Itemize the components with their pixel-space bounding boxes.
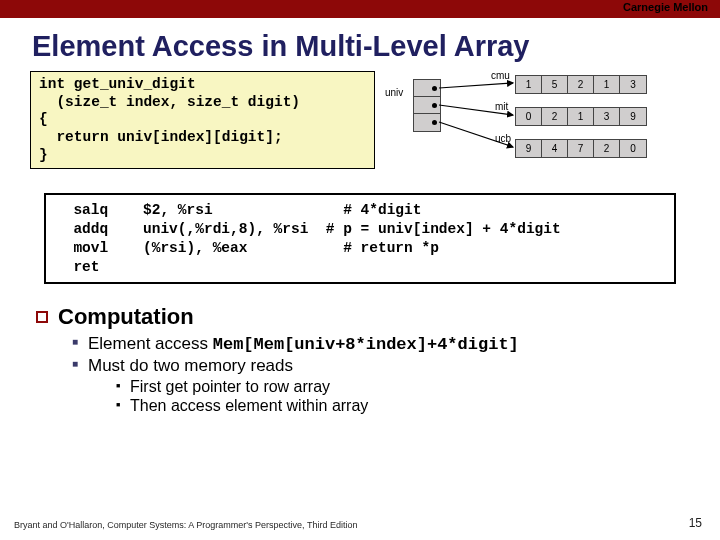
array-diagram: univ cmu mit ucb 1 5 2 1 3 (383, 71, 683, 171)
top-bar: Carnegie Mellon (0, 0, 720, 18)
bullet-item: Must do two memory reads First get point… (72, 356, 720, 415)
asm-line: salq $2, %rsi # 4*digit (56, 202, 421, 218)
assembly-box: salq $2, %rsi # 4*digit addq univ(,%rdi,… (44, 193, 676, 284)
code-line: int get_univ_digit (39, 76, 196, 92)
cmu-array: 1 5 2 1 3 (515, 75, 647, 94)
code-line: } (39, 147, 48, 163)
slide-title: Element Access in Multi-Level Array (32, 30, 720, 63)
section-heading: Computation (58, 304, 194, 330)
code-line: (size_t index, size_t digit) (39, 94, 300, 110)
computation-section: Computation Element access Mem[Mem[univ+… (36, 304, 720, 415)
code-line: { (39, 111, 48, 127)
bullet-square-icon (36, 311, 48, 323)
brand: Carnegie Mellon (623, 1, 708, 13)
mit-array: 0 2 1 3 9 (515, 107, 647, 126)
sub-bullet: First get pointer to row array (116, 378, 720, 396)
asm-line: ret (56, 259, 100, 275)
asm-line: movl (%rsi), %eax # return *p (56, 240, 439, 256)
c-code-box: int get_univ_digit (size_t index, size_t… (30, 71, 375, 169)
asm-line: addq univ(,%rdi,8), %rsi # p = univ[inde… (56, 221, 561, 237)
code-line: return univ[index][digit]; (39, 129, 283, 145)
sub-bullet: Then access element within array (116, 397, 720, 415)
ucb-array: 9 4 7 2 0 (515, 139, 647, 158)
footer-text: Bryant and O'Hallaron, Computer Systems:… (14, 520, 357, 530)
page-number: 15 (689, 516, 702, 530)
bullet-item: Element access Mem[Mem[univ+8*index]+4*d… (72, 334, 720, 354)
